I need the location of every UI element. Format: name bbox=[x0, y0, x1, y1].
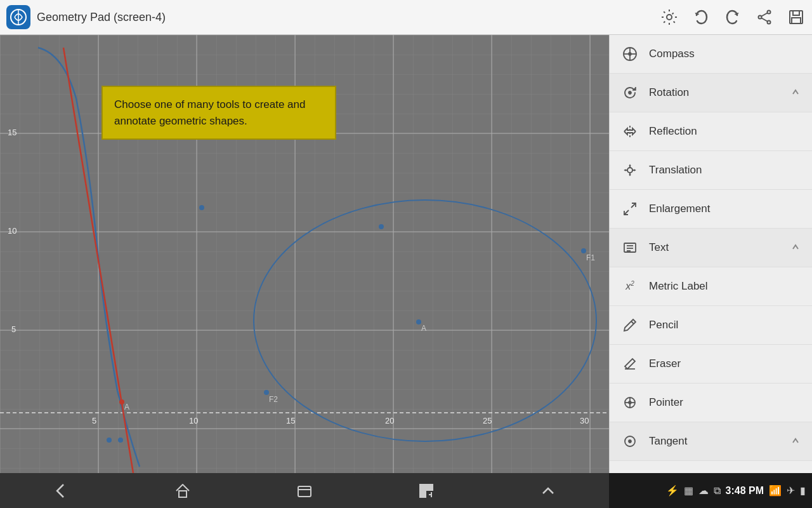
redo-button[interactable] bbox=[723, 8, 742, 27]
svg-point-65 bbox=[629, 91, 631, 94]
panel-item-reflection[interactable]: Reflection bbox=[610, 112, 812, 151]
svg-point-38 bbox=[107, 438, 112, 443]
up-button[interactable] bbox=[535, 478, 561, 504]
undo-button[interactable] bbox=[691, 8, 710, 27]
app-icon bbox=[6, 5, 30, 29]
canvas-area[interactable]: F1 A F2 A 15 10 5 5 10 15 20 25 30 Choos… bbox=[0, 35, 609, 508]
svg-point-28 bbox=[199, 205, 204, 210]
enlargement-icon bbox=[620, 199, 640, 219]
panel-item-pointer[interactable]: Pointer bbox=[610, 384, 812, 422]
svg-point-39 bbox=[118, 438, 123, 443]
settings-button[interactable] bbox=[660, 8, 679, 27]
home-button[interactable] bbox=[170, 478, 195, 504]
svg-point-64 bbox=[629, 53, 631, 55]
time-display: 3:48 PM bbox=[726, 485, 764, 497]
svg-point-36 bbox=[416, 319, 421, 324]
svg-text:15: 15 bbox=[8, 128, 16, 137]
svg-point-2 bbox=[667, 15, 672, 20]
svg-line-7 bbox=[762, 18, 768, 22]
svg-point-34 bbox=[264, 390, 269, 395]
share-button[interactable] bbox=[755, 8, 774, 27]
svg-point-82 bbox=[629, 401, 631, 404]
top-bar: Geometry Pad (screen-4) bbox=[0, 0, 812, 35]
tangent-label: Tangent bbox=[649, 435, 789, 448]
rotation-arrow bbox=[789, 85, 802, 101]
panel-item-text[interactable]: Text bbox=[610, 229, 812, 267]
extra-icon: ⧉ bbox=[714, 485, 721, 497]
svg-text:10: 10 bbox=[189, 416, 198, 425]
svg-text:10: 10 bbox=[8, 226, 16, 236]
window-button[interactable] bbox=[292, 478, 317, 504]
eraser-icon bbox=[620, 354, 640, 374]
tangent-arrow bbox=[789, 434, 802, 450]
svg-point-30 bbox=[581, 248, 586, 253]
tooltip-text: Choose one of many tools to create and a… bbox=[114, 98, 305, 127]
svg-rect-9 bbox=[793, 11, 799, 15]
compass-icon bbox=[620, 44, 640, 64]
svg-text:30: 30 bbox=[580, 416, 589, 425]
eraser-label: Eraser bbox=[649, 358, 802, 370]
svg-text:25: 25 bbox=[483, 416, 492, 425]
svg-point-67 bbox=[627, 168, 632, 173]
metric-label-icon: x2 bbox=[620, 276, 640, 297]
svg-rect-57 bbox=[421, 493, 424, 496]
side-panel: Compass Rotation bbox=[609, 35, 812, 508]
app-title: Geometry Pad (screen-4) bbox=[37, 11, 660, 24]
svg-marker-77 bbox=[625, 359, 635, 369]
svg-text:5: 5 bbox=[92, 416, 96, 425]
translation-label: Translation bbox=[649, 164, 802, 177]
svg-point-5 bbox=[768, 21, 771, 24]
svg-line-76 bbox=[631, 321, 634, 324]
panel-item-rotation[interactable]: Rotation bbox=[610, 74, 812, 112]
reflection-label: Reflection bbox=[649, 125, 802, 138]
svg-rect-50 bbox=[298, 486, 311, 497]
panel-item-enlargement[interactable]: Enlargement bbox=[610, 190, 812, 229]
svg-line-6 bbox=[762, 13, 768, 17]
svg-point-4 bbox=[759, 16, 762, 19]
text-arrow bbox=[789, 240, 802, 256]
svg-text:A: A bbox=[421, 324, 426, 333]
svg-rect-55 bbox=[421, 486, 424, 489]
main-area: F1 A F2 A 15 10 5 5 10 15 20 25 30 Choos… bbox=[0, 35, 812, 508]
airplane-icon: ✈ bbox=[787, 485, 795, 497]
metric-label-text: Metric Label bbox=[649, 280, 802, 293]
tangent-icon bbox=[620, 431, 640, 451]
compass-label: Compass bbox=[649, 48, 802, 60]
qr-button[interactable] bbox=[414, 478, 439, 504]
svg-text:F1: F1 bbox=[586, 253, 595, 262]
svg-text:5: 5 bbox=[11, 324, 16, 334]
svg-point-29 bbox=[379, 224, 384, 229]
text-icon bbox=[620, 237, 640, 258]
pointer-icon bbox=[620, 392, 640, 413]
panel-item-compass[interactable]: Compass bbox=[610, 35, 812, 74]
status-bar: ⚡ ▦ ☁ ⧉ 3:48 PM 📶 ✈ ▮ bbox=[609, 473, 812, 508]
text-label: Text bbox=[649, 241, 789, 254]
svg-point-32 bbox=[119, 399, 124, 404]
rotation-label: Rotation bbox=[649, 86, 789, 99]
panel-item-tangent[interactable]: Tangent bbox=[610, 422, 812, 461]
rotation-icon bbox=[620, 83, 640, 103]
notification-icon: ▦ bbox=[684, 485, 693, 497]
panel-item-translation[interactable]: Translation bbox=[610, 151, 812, 190]
svg-text:A: A bbox=[124, 403, 129, 411]
panel-item-pencil[interactable]: Pencil bbox=[610, 306, 812, 345]
svg-point-3 bbox=[768, 11, 771, 14]
usb-icon: ⚡ bbox=[666, 485, 679, 497]
svg-point-84 bbox=[629, 440, 631, 443]
svg-rect-56 bbox=[428, 486, 431, 489]
panel-item-eraser[interactable]: Eraser bbox=[610, 345, 812, 384]
panel-item-metric-label[interactable]: x2 Metric Label bbox=[610, 267, 812, 306]
svg-rect-10 bbox=[792, 18, 801, 23]
svg-text:20: 20 bbox=[385, 416, 394, 425]
translation-icon bbox=[620, 160, 640, 180]
pointer-label: Pointer bbox=[649, 396, 802, 409]
bottom-bar bbox=[0, 473, 609, 508]
wifi-icon: 📶 bbox=[769, 485, 782, 497]
back-button[interactable] bbox=[48, 478, 74, 504]
svg-text:15: 15 bbox=[286, 416, 295, 425]
battery-icon: ▮ bbox=[800, 485, 806, 497]
svg-rect-49 bbox=[179, 491, 187, 497]
cloud-icon: ☁ bbox=[698, 485, 709, 497]
pencil-icon bbox=[620, 315, 640, 335]
save-button[interactable] bbox=[787, 8, 806, 27]
